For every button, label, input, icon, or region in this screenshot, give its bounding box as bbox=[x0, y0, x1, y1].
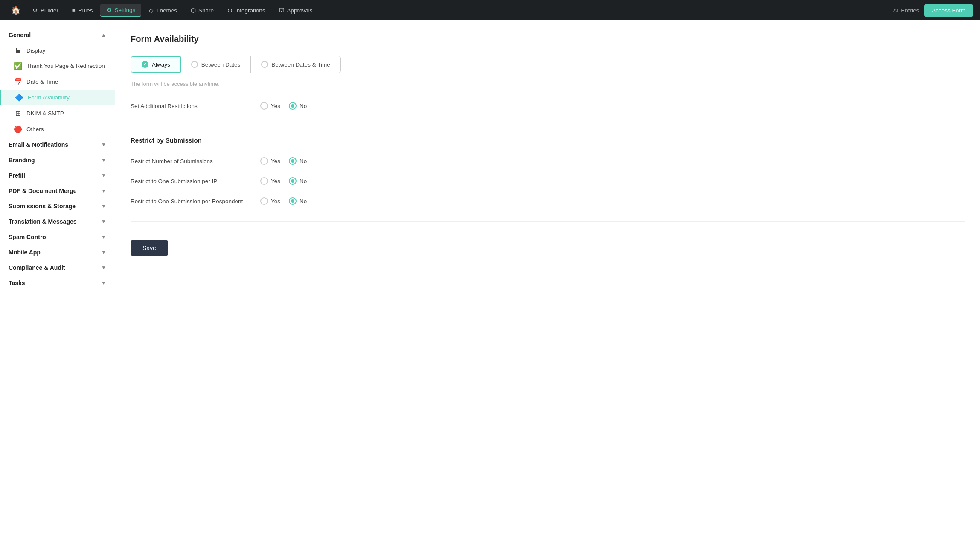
always-radio bbox=[142, 61, 148, 68]
bottom-divider bbox=[131, 221, 965, 222]
approvals-icon: ☑ bbox=[279, 7, 285, 14]
branding-header[interactable]: Branding ▼ bbox=[0, 152, 115, 168]
submissions-chevron-icon: ▼ bbox=[101, 203, 106, 209]
restrict-submissions-label: Restrict Number of Submissions bbox=[131, 158, 250, 164]
display-icon: 🖥 bbox=[14, 47, 22, 54]
share-icon: ⬡ bbox=[191, 7, 196, 14]
email-chevron-icon: ▼ bbox=[101, 142, 106, 148]
builder-icon: ⚙ bbox=[32, 7, 38, 14]
between-dates-time-radio bbox=[261, 61, 268, 68]
additional-restrictions-no-radio bbox=[289, 102, 297, 110]
pdf-merge-header[interactable]: PDF & Document Merge ▼ bbox=[0, 183, 115, 199]
nav-builder[interactable]: ⚙ Builder bbox=[26, 4, 64, 16]
tab-between-dates-time[interactable]: Between Dates & Time bbox=[251, 56, 340, 73]
additional-restrictions-no-option[interactable]: No bbox=[289, 102, 307, 110]
tasks-header[interactable]: Tasks ▼ bbox=[0, 275, 115, 291]
additional-restrictions-radio-group: Yes No bbox=[260, 102, 307, 110]
tab-always[interactable]: Always bbox=[131, 56, 181, 73]
settings-icon: ⚙ bbox=[106, 6, 112, 13]
section-divider bbox=[131, 126, 965, 126]
spam-control-header[interactable]: Spam Control ▼ bbox=[0, 229, 115, 245]
compliance-audit-header[interactable]: Compliance & Audit ▼ bbox=[0, 260, 115, 275]
restrict-respondent-radio-group: Yes No bbox=[260, 197, 307, 205]
integrations-icon: ⊙ bbox=[227, 7, 233, 14]
nav-share[interactable]: ⬡ Share bbox=[185, 4, 220, 16]
main-content: Form Availability Always Between Dates B… bbox=[115, 20, 980, 555]
nav-approvals[interactable]: ☑ Approvals bbox=[273, 4, 319, 16]
sidebar-item-others[interactable]: 🔴 Others bbox=[0, 121, 115, 137]
between-dates-radio bbox=[191, 61, 198, 68]
restrict-submissions-radio-group: Yes No bbox=[260, 157, 307, 165]
themes-icon: ◇ bbox=[149, 7, 154, 14]
restrict-ip-yes-option[interactable]: Yes bbox=[260, 177, 280, 185]
dkim-icon: ⊞ bbox=[14, 109, 22, 117]
additional-restrictions-label: Set Additional Restrictions bbox=[131, 103, 250, 109]
nav-themes[interactable]: ◇ Themes bbox=[143, 4, 183, 16]
home-icon[interactable]: 🏠 bbox=[7, 3, 25, 18]
restrict-respondent-label: Restrict to One Submission per Responden… bbox=[131, 198, 250, 204]
restrict-section-title: Restrict by Submission bbox=[131, 137, 965, 144]
prefill-header[interactable]: Prefill ▼ bbox=[0, 168, 115, 183]
restrict-ip-no-option[interactable]: No bbox=[289, 177, 307, 185]
restrict-respondent-row: Restrict to One Submission per Responden… bbox=[131, 191, 965, 211]
sidebar-item-datetime[interactable]: 📅 Date & Time bbox=[0, 74, 115, 90]
prefill-chevron-icon: ▼ bbox=[101, 172, 106, 178]
branding-chevron-icon: ▼ bbox=[101, 157, 106, 163]
restrict-ip-yes-radio bbox=[260, 177, 268, 185]
tab-between-dates[interactable]: Between Dates bbox=[181, 56, 251, 73]
general-section-header[interactable]: General ▲ bbox=[0, 27, 115, 43]
nav-settings[interactable]: ⚙ Settings bbox=[100, 4, 141, 17]
submissions-storage-header[interactable]: Submissions & Storage ▼ bbox=[0, 199, 115, 214]
access-form-button[interactable]: Access Form bbox=[924, 4, 973, 17]
restrict-submissions-row: Restrict Number of Submissions Yes No bbox=[131, 151, 965, 171]
spam-chevron-icon: ▼ bbox=[101, 234, 106, 240]
restrict-ip-no-radio bbox=[289, 177, 297, 185]
restrict-ip-label: Restrict to One Submission per IP bbox=[131, 178, 250, 184]
restrict-ip-radio-group: Yes No bbox=[260, 177, 307, 185]
page-title: Form Availability bbox=[131, 34, 965, 44]
translation-messages-header[interactable]: Translation & Messages ▼ bbox=[0, 214, 115, 229]
sidebar-item-form-availability[interactable]: 🔷 Form Availability bbox=[0, 90, 115, 105]
additional-restrictions-yes-option[interactable]: Yes bbox=[260, 102, 280, 110]
sidebar-item-display[interactable]: 🖥 Display bbox=[0, 43, 115, 58]
nav-right: All Entries Access Form bbox=[893, 4, 973, 17]
mobile-chevron-icon: ▼ bbox=[101, 249, 106, 255]
compliance-chevron-icon: ▼ bbox=[101, 265, 106, 271]
mobile-app-header[interactable]: Mobile App ▼ bbox=[0, 245, 115, 260]
top-navigation: 🏠 ⚙ Builder ≡ Rules ⚙ Settings ◇ Themes … bbox=[0, 0, 980, 20]
restrict-submissions-yes-radio bbox=[260, 157, 268, 165]
app-layout: General ▲ 🖥 Display ✅ Thank You Page & R… bbox=[0, 20, 980, 555]
sidebar-item-thankyou[interactable]: ✅ Thank You Page & Redirection bbox=[0, 58, 115, 74]
sidebar: General ▲ 🖥 Display ✅ Thank You Page & R… bbox=[0, 20, 115, 555]
translation-chevron-icon: ▼ bbox=[101, 219, 106, 225]
rules-icon: ≡ bbox=[72, 7, 76, 14]
restrict-respondent-no-radio bbox=[289, 197, 297, 205]
form-availability-icon: 🔷 bbox=[15, 93, 23, 102]
availability-hint: The form will be accessible anytime. bbox=[131, 81, 965, 87]
additional-restrictions-row: Set Additional Restrictions Yes No bbox=[131, 96, 965, 116]
availability-tabs: Always Between Dates Between Dates & Tim… bbox=[131, 56, 341, 73]
thankyou-icon: ✅ bbox=[14, 62, 22, 70]
others-icon: 🔴 bbox=[14, 125, 22, 133]
nav-integrations[interactable]: ⊙ Integrations bbox=[221, 4, 271, 16]
all-entries-link[interactable]: All Entries bbox=[893, 7, 919, 14]
email-notifications-header[interactable]: Email & Notifications ▼ bbox=[0, 137, 115, 152]
save-button[interactable]: Save bbox=[131, 240, 168, 256]
restrict-submissions-no-option[interactable]: No bbox=[289, 157, 307, 165]
datetime-icon: 📅 bbox=[14, 78, 22, 86]
restrict-respondent-yes-radio bbox=[260, 197, 268, 205]
restrict-respondent-no-option[interactable]: No bbox=[289, 197, 307, 205]
additional-restrictions-yes-radio bbox=[260, 102, 268, 110]
nav-rules[interactable]: ≡ Rules bbox=[66, 5, 99, 16]
general-chevron-icon: ▲ bbox=[101, 32, 106, 38]
restrict-ip-row: Restrict to One Submission per IP Yes No bbox=[131, 171, 965, 191]
restrict-submissions-yes-option[interactable]: Yes bbox=[260, 157, 280, 165]
tasks-chevron-icon: ▼ bbox=[101, 280, 106, 286]
restrict-respondent-yes-option[interactable]: Yes bbox=[260, 197, 280, 205]
pdf-chevron-icon: ▼ bbox=[101, 188, 106, 194]
sidebar-item-dkim[interactable]: ⊞ DKIM & SMTP bbox=[0, 105, 115, 121]
restrict-submissions-no-radio bbox=[289, 157, 297, 165]
